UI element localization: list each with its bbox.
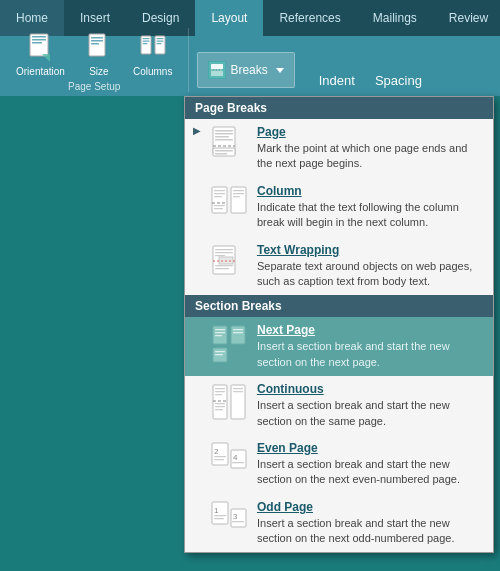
next-page-item-text: Next Page Insert a section break and sta…: [257, 323, 485, 370]
indent-spacing-labels: Indent Spacing: [299, 73, 442, 88]
svg-rect-8: [91, 43, 99, 45]
svg-rect-32: [214, 196, 222, 197]
page-setup-group: Orientation Size: [8, 28, 189, 92]
svg-rect-12: [142, 43, 147, 44]
page-setup-buttons: Orientation Size: [8, 28, 180, 81]
tab-mailings[interactable]: Mailings: [357, 0, 433, 36]
svg-rect-53: [215, 351, 225, 352]
ribbon-controls: Orientation Size: [0, 36, 500, 96]
svg-rect-18: [211, 71, 223, 76]
orientation-icon: [24, 32, 56, 64]
svg-rect-30: [214, 190, 225, 191]
next-page-break-icon: [209, 323, 249, 367]
svg-rect-43: [215, 255, 225, 256]
menu-item-even-page[interactable]: ▶ 2 4 Even Page Insert a section break a…: [185, 435, 493, 494]
svg-rect-37: [233, 190, 244, 191]
svg-rect-82: [232, 521, 244, 522]
svg-rect-58: [213, 385, 227, 419]
svg-text:3: 3: [233, 512, 238, 521]
svg-rect-21: [215, 130, 233, 132]
svg-rect-75: [232, 462, 244, 463]
svg-rect-60: [215, 391, 225, 392]
column-break-icon: [209, 184, 249, 228]
menu-item-page[interactable]: ▶ Page Mark the point at which one page …: [185, 119, 493, 178]
svg-rect-78: [214, 515, 226, 516]
continuous-item-text: Continuous Insert a section break and st…: [257, 382, 485, 429]
svg-rect-35: [214, 208, 223, 209]
svg-rect-10: [142, 38, 149, 39]
svg-rect-6: [91, 37, 103, 39]
svg-rect-3: [32, 42, 42, 44]
svg-rect-23: [215, 136, 229, 138]
page-breaks-header: Page Breaks: [185, 97, 493, 119]
even-page-arrow-placeholder: ▶: [193, 441, 201, 452]
svg-rect-66: [231, 385, 245, 419]
svg-rect-45: [215, 265, 233, 266]
odd-page-break-icon: 1 3: [209, 500, 249, 544]
svg-rect-27: [215, 150, 233, 152]
breaks-icon: [208, 61, 226, 79]
svg-rect-55: [231, 326, 245, 344]
svg-rect-71: [214, 456, 226, 457]
continuous-break-icon: [209, 382, 249, 426]
columns-button[interactable]: Columns: [125, 28, 180, 81]
size-button[interactable]: Size: [75, 28, 123, 81]
menu-item-next-page[interactable]: ▶ Next Page Insert a section break and s…: [185, 317, 493, 376]
text-wrap-break-icon: [209, 243, 249, 287]
menu-item-text-wrapping[interactable]: ▶ Text Wrapping Separate text around obj…: [185, 237, 493, 296]
text-wrap-arrow-placeholder: ▶: [193, 243, 201, 254]
menu-item-continuous[interactable]: ▶ Continuous Insert a section break and …: [185, 376, 493, 435]
svg-text:4: 4: [233, 453, 238, 462]
svg-rect-46: [215, 268, 229, 269]
svg-rect-14: [156, 38, 163, 39]
menu-item-odd-page[interactable]: ▶ 1 3 Odd Page Insert a section break an…: [185, 494, 493, 553]
svg-rect-7: [91, 40, 103, 42]
svg-rect-57: [233, 332, 243, 333]
columns-icon: [137, 32, 169, 64]
odd-page-arrow-placeholder: ▶: [193, 500, 201, 511]
even-page-item-text: Even Page Insert a section break and sta…: [257, 441, 485, 488]
size-icon: [83, 32, 115, 64]
page-arrow-icon: ▶: [193, 125, 201, 136]
even-page-break-icon: 2 4: [209, 441, 249, 485]
svg-rect-64: [215, 406, 225, 407]
breaks-chevron-icon: [276, 68, 284, 73]
svg-marker-4: [42, 54, 50, 62]
page-item-text: Page Mark the point at which one page en…: [257, 125, 485, 172]
svg-rect-63: [215, 403, 225, 404]
svg-rect-17: [211, 64, 223, 69]
svg-rect-61: [215, 394, 222, 395]
svg-rect-15: [156, 41, 163, 42]
svg-rect-51: [215, 335, 222, 336]
orientation-button[interactable]: Orientation: [8, 28, 73, 81]
svg-rect-41: [215, 249, 233, 250]
svg-rect-38: [233, 193, 244, 194]
tab-review[interactable]: Review: [433, 0, 500, 36]
svg-rect-34: [214, 205, 225, 206]
continuous-arrow-placeholder: ▶: [193, 382, 201, 393]
svg-rect-59: [215, 388, 225, 389]
svg-rect-42: [215, 252, 233, 253]
column-item-text: Column Indicate that the text following …: [257, 184, 485, 231]
svg-rect-65: [215, 409, 223, 410]
svg-rect-50: [215, 332, 225, 333]
svg-rect-1: [32, 36, 46, 38]
svg-rect-31: [214, 193, 225, 194]
svg-rect-49: [215, 329, 225, 330]
page-setup-label: Page Setup: [68, 81, 120, 92]
menu-item-column[interactable]: ▶ Column Indicate that the text followin…: [185, 178, 493, 237]
svg-rect-39: [233, 196, 240, 197]
svg-rect-26: [213, 148, 235, 156]
svg-rect-56: [233, 329, 243, 330]
tab-layout[interactable]: Layout: [195, 0, 263, 36]
tab-references[interactable]: References: [263, 0, 356, 36]
section-breaks-header: Section Breaks: [185, 295, 493, 317]
svg-rect-72: [214, 459, 224, 460]
breaks-button[interactable]: Breaks: [197, 52, 294, 88]
svg-rect-28: [215, 153, 227, 155]
ribbon: Home Insert Design Layout References Mai…: [0, 0, 500, 96]
page-break-icon: [209, 125, 249, 169]
text-wrap-item-text: Text Wrapping Separate text around objec…: [257, 243, 485, 290]
svg-rect-54: [215, 354, 223, 355]
next-page-arrow-placeholder: ▶: [193, 323, 201, 334]
